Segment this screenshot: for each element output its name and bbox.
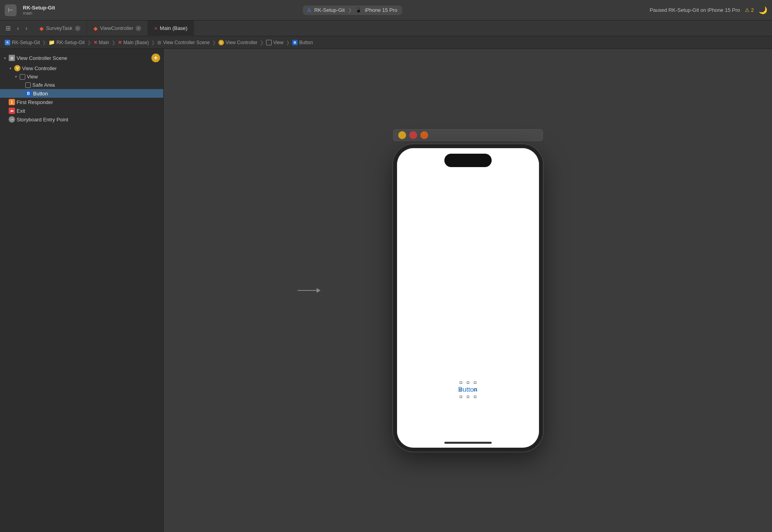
button-icon-container: B	[25, 90, 32, 97]
exit-icon-container: ⬅	[9, 108, 15, 114]
app-branch: main	[23, 11, 55, 15]
storyboard-close-icon: ×	[154, 25, 157, 32]
toolbar-dot-orange	[420, 131, 428, 139]
bc-main[interactable]: ✕ Main	[93, 40, 109, 45]
phone-content: Button	[397, 148, 539, 448]
vc-circle-icon: V	[14, 65, 21, 71]
bc-sep-2: ❯	[87, 40, 91, 45]
bc-label-6: View Controller	[226, 40, 257, 45]
back-button[interactable]: ‹	[15, 24, 21, 33]
vc-icon: V	[218, 40, 224, 45]
dynamic-island	[444, 154, 492, 167]
sidebar-item-view[interactable]: ▾ View	[0, 73, 163, 81]
vc-icon-container: V	[14, 65, 21, 71]
add-scene-button[interactable]: +	[151, 54, 160, 62]
toolbar-dot-red	[409, 131, 417, 139]
scheme-selector[interactable]: A RK-Setup-Git ❯ 📱 iPhone 15 Pro	[303, 6, 402, 15]
app-icon: ⊢	[5, 4, 17, 16]
entry-arrow-icon: →	[9, 116, 15, 123]
bc-label-8: Button	[299, 40, 313, 45]
bc-rk-setup-git-1[interactable]: A RK-Setup-Git	[5, 40, 40, 45]
bc-vc[interactable]: V View Controller	[218, 40, 257, 45]
arrow-line	[298, 290, 317, 291]
tab-surveytask[interactable]: ◆ SurveyTask ×	[33, 20, 87, 36]
view-chevron[interactable]: ▾	[13, 74, 18, 79]
tab-close-surveytask[interactable]: ×	[75, 26, 80, 31]
vc-label: View Controller	[22, 65, 57, 71]
bc-sep-4: ❯	[151, 40, 155, 45]
entry-icon-container: →	[9, 116, 15, 123]
night-mode-icon[interactable]: 🌙	[759, 6, 767, 15]
bc-sep-5: ❯	[212, 40, 216, 45]
tab-surveytask-label: SurveyTask	[46, 25, 73, 31]
tab-close-viewcontroller[interactable]: ×	[136, 26, 141, 31]
scheme-icon: A	[308, 7, 311, 13]
tab-main-base[interactable]: × Main (Base)	[148, 20, 194, 36]
entry-point-arrow	[298, 290, 317, 291]
entry-label: Storyboard Entry Point	[17, 117, 68, 123]
sidebar-item-button[interactable]: B Button	[0, 89, 163, 98]
tab-viewcontroller-label: ViewController	[100, 25, 133, 31]
bc-main-base[interactable]: ✕ Main (Base)	[118, 40, 149, 45]
bc-label-7: View	[273, 40, 283, 45]
handle-tl	[460, 381, 462, 384]
view-rect-icon	[20, 74, 25, 80]
tab-bar: ⊞ ‹ › ◆ SurveyTask × ◆ ViewController × …	[0, 20, 772, 36]
handle-br	[474, 396, 476, 398]
sidebar: ▾ ⊞ View Controller Scene + ▾ V View Con…	[0, 49, 164, 532]
button-b-icon-sidebar: B	[25, 90, 32, 97]
view-label: View	[27, 74, 38, 80]
bc-label-2: RK-Setup-Git	[56, 40, 84, 45]
main-x-icon: ✕	[93, 40, 97, 45]
scene-header: ▾ ⊞ View Controller Scene +	[0, 52, 163, 64]
fr-icon: 1	[9, 99, 15, 105]
scene-icon: ⊞	[157, 40, 161, 45]
exit-icon: ⬅	[9, 108, 15, 114]
title-bar: ⊢ RK-Setup-Git main A RK-Setup-Git ❯ 📱 i…	[0, 0, 772, 20]
scene-label: View Controller Scene	[17, 55, 67, 61]
swift-icon-2: ◆	[93, 25, 98, 32]
vc-chevron[interactable]: ▾	[8, 66, 13, 71]
view-icon	[266, 40, 272, 45]
tab-viewcontroller[interactable]: ◆ ViewController ×	[87, 20, 148, 36]
phone-toolbar	[393, 129, 543, 141]
scheme-name: RK-Setup-Git	[314, 7, 345, 13]
bc-vc-scene[interactable]: ⊞ View Controller Scene	[157, 40, 210, 45]
bc-button[interactable]: B Button	[292, 40, 313, 45]
breadcrumb: A RK-Setup-Git ❯ 📁 RK-Setup-Git ❯ ✕ Main…	[0, 36, 772, 49]
bc-sep-7: ❯	[286, 40, 290, 45]
warning-count: 2	[751, 7, 754, 13]
main-base-x-icon: ✕	[118, 40, 122, 45]
bc-label-5: View Controller Scene	[163, 40, 210, 45]
bc-rk-setup-git-2[interactable]: 📁 RK-Setup-Git	[48, 39, 84, 45]
swift-icon: ◆	[39, 25, 44, 32]
bc-label-1: RK-Setup-Git	[12, 40, 40, 45]
bc-sep-1: ❯	[42, 40, 46, 45]
sidebar-item-safearea[interactable]: Safe Area	[0, 81, 163, 89]
app-title: RK-Setup-Git main	[23, 5, 55, 15]
toolbar-dot-yellow	[398, 131, 406, 139]
safearea-icon-container	[25, 82, 31, 88]
home-indicator	[444, 442, 492, 444]
tab-main-base-label: Main (Base)	[160, 25, 187, 31]
device-icon: 📱	[355, 7, 362, 13]
handle-bl	[460, 396, 462, 398]
bc-sep-6: ❯	[260, 40, 264, 45]
forward-button[interactable]: ›	[23, 24, 30, 33]
bc-view[interactable]: View	[266, 40, 283, 45]
safearea-label: Safe Area	[32, 82, 55, 88]
scheme-sep: ❯	[348, 7, 352, 13]
exit-label: Exit	[17, 108, 25, 114]
handle-tc	[467, 381, 469, 384]
scene-chevron[interactable]: ▾	[2, 56, 7, 60]
phone-button-element[interactable]: Button	[457, 379, 479, 400]
sidebar-item-firstresponder[interactable]: 1 First Responder	[0, 98, 163, 106]
sidebar-item-entrypoint[interactable]: → Storyboard Entry Point	[0, 115, 163, 124]
grid-button[interactable]: ⊞	[3, 24, 13, 33]
phone-frame: Button	[393, 144, 543, 452]
sidebar-item-exit[interactable]: ⬅ Exit	[0, 106, 163, 115]
sidebar-item-viewcontroller[interactable]: ▾ V View Controller	[0, 64, 163, 73]
canvas[interactable]: Button	[164, 49, 772, 532]
app-name: RK-Setup-Git	[23, 5, 55, 11]
warning-badge: ⚠ 2	[745, 7, 754, 13]
